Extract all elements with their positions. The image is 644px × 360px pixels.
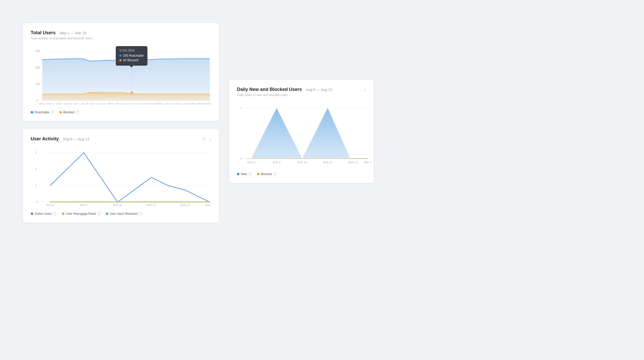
blocked-legend-label: Blocked (63, 110, 74, 114)
new-info-icon[interactable]: ? (248, 172, 252, 176)
svg-text:AUG 9: AUG 9 (273, 161, 280, 164)
svg-text:AUG 8: AUG 8 (247, 161, 255, 164)
tooltip-blocked-value: 43 Blocked (123, 58, 138, 62)
triangle-1 (251, 108, 302, 159)
svg-text:AUG 11: AUG 11 (323, 161, 332, 164)
daily-chart-title: Daily New and Blocked Users (237, 87, 302, 92)
new-legend-label: New (241, 172, 247, 176)
triangle-2 (302, 108, 350, 159)
svg-text:3: 3 (35, 151, 37, 154)
blocked-info-icon[interactable]: ? (76, 110, 79, 114)
svg-text:JAN 12: JAN 12 (175, 102, 182, 105)
reachable-info-icon[interactable]: ? (51, 110, 54, 114)
svg-text:DEC 11: DEC 11 (157, 102, 166, 105)
daily-chart-legend: New ? Blocked ? (237, 172, 366, 176)
svg-text:AUG 13: AUG 13 (364, 161, 371, 164)
svg-text:0: 0 (241, 157, 242, 160)
user-activity-legend: Active Users ? User Reengage Read ? User… (31, 212, 211, 216)
legend-daily-blocked: Blocked ? (257, 172, 277, 176)
svg-text:AUG 10: AUG 10 (298, 161, 307, 164)
svg-text:AUG 11: AUG 11 (147, 204, 156, 207)
user-activity-help-icon[interactable]: ? (202, 137, 205, 141)
daily-blocked-info-icon[interactable]: ? (273, 172, 277, 176)
legend-input-received: User Input Received ? (106, 212, 143, 216)
daily-chart-area: 1 0 AUG 8 (237, 101, 366, 169)
svg-text:SEP 6: SEP 6 (107, 102, 113, 105)
daily-new-blocked-svg: 1 0 AUG 8 (237, 101, 371, 168)
svg-text:JUN 18: JUN 18 (64, 102, 72, 105)
svg-text:OCT 24: OCT 24 (132, 102, 140, 105)
new-legend-dot (237, 173, 240, 175)
svg-text:MAR 1: MAR 1 (199, 102, 206, 105)
reengage-read-label: User Reengage Read (66, 212, 96, 216)
user-activity-card: User Activity Aug 8 — Aug 13 ? ↓ 3 2 1 0 (23, 129, 219, 223)
user-activity-svg: 3 2 1 0 (31, 146, 211, 208)
svg-text:OCT 8: OCT 8 (124, 102, 131, 105)
svg-text:100: 100 (35, 82, 40, 85)
svg-text:MAY 1: MAY 1 (39, 102, 46, 105)
svg-text:0: 0 (36, 200, 38, 203)
svg-text:AUG 9: AUG 9 (80, 204, 88, 207)
daily-chart-download-icon[interactable]: ↓ (364, 87, 366, 92)
svg-text:300: 300 (35, 49, 40, 53)
active-users-line (50, 153, 210, 202)
svg-text:2: 2 (35, 167, 37, 170)
total-users-title: Total Users (31, 30, 56, 35)
reachable-legend-dot (31, 111, 33, 114)
svg-text:200: 200 (35, 66, 40, 69)
daily-new-blocked-card: Daily New and Blocked Users Aug 8 — Aug … (229, 80, 374, 183)
svg-text:AUG 8: AUG 8 (46, 204, 54, 207)
total-users-chart-area: 300 200 100 0 (31, 45, 211, 107)
user-activity-date-range: Aug 8 — Aug 13 (63, 137, 89, 141)
svg-text:DEC 27: DEC 27 (166, 102, 174, 105)
daily-chart-date-range: Aug 8 — Aug 13 (306, 88, 332, 92)
chart-tooltip: 3 Oct 2018 255 Reachable 43 Blocked (116, 46, 147, 66)
tooltip-reachable-value: 255 Reachable (123, 54, 144, 57)
svg-text:AUG 12: AUG 12 (349, 161, 358, 164)
active-users-dot (31, 212, 33, 215)
svg-text:AUG 12: AUG 12 (180, 204, 190, 207)
tooltip-reachable-row: 255 Reachable (119, 54, 144, 57)
svg-text:JUN 2: JUN 2 (56, 102, 62, 105)
svg-text:0: 0 (36, 99, 38, 102)
user-activity-download-icon[interactable]: ↓ (209, 137, 211, 141)
tooltip-date: 3 Oct 2018 (119, 49, 144, 52)
input-received-info-icon[interactable]: ? (139, 212, 143, 216)
svg-text:FEB 13: FEB 13 (192, 102, 199, 105)
tooltip-point-blocked (131, 92, 133, 94)
legend-active-users: Active Users ? (31, 212, 57, 216)
user-activity-title: User Activity (31, 136, 59, 141)
total-users-subtitle: Total number of reachable and blocked us… (31, 37, 211, 40)
svg-text:MAY 17: MAY 17 (47, 102, 55, 105)
legend-blocked: Blocked ? (59, 110, 79, 114)
svg-text:AUG 13: AUG 13 (205, 204, 211, 207)
svg-text:NOV 25: NOV 25 (149, 102, 157, 105)
svg-text:AUG 10: AUG 10 (113, 204, 122, 207)
svg-text:1: 1 (35, 184, 37, 187)
svg-text:AUG 21: AUG 21 (98, 102, 106, 105)
svg-text:JUL 4: JUL 4 (73, 102, 79, 105)
legend-reachable: Reachable ? (31, 110, 54, 114)
total-users-date-range: May 1 — Mar 18 (60, 31, 86, 35)
right-column: Daily New and Blocked Users Aug 8 — Aug … (229, 23, 621, 183)
daily-blocked-label: Blocked (261, 172, 272, 176)
svg-text:NOV 9: NOV 9 (141, 102, 148, 105)
reengage-read-info-icon[interactable]: ? (97, 212, 101, 216)
svg-text:MAR 18: MAR 18 (206, 102, 211, 105)
total-users-card: Total Users May 1 — Mar 18 Total number … (23, 23, 219, 121)
svg-text:AUG 5: AUG 5 (90, 102, 97, 105)
active-users-label: Active Users (35, 212, 52, 216)
legend-reengage-read: User Reengage Read ? (62, 212, 101, 216)
legend-new: New ? (237, 172, 252, 176)
total-users-legend: Reachable ? Blocked ? (31, 110, 211, 114)
svg-text:1: 1 (241, 106, 242, 109)
svg-text:JAN 28: JAN 28 (183, 102, 191, 105)
daily-blocked-dot (257, 173, 260, 175)
active-users-info-icon[interactable]: ? (53, 212, 57, 216)
tooltip-blocked-row: 43 Blocked (119, 58, 144, 62)
input-received-dot (106, 212, 108, 215)
svg-text:SEP 22: SEP 22 (115, 102, 123, 105)
reengage-read-dot (62, 212, 64, 215)
tooltip-blocked-dot (119, 59, 121, 61)
reachable-legend-label: Reachable (35, 110, 49, 114)
